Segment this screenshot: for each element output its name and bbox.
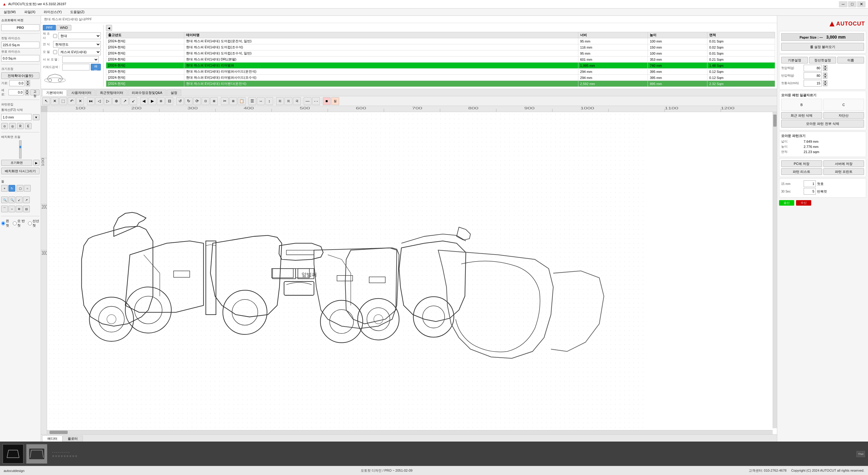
subtab-recent[interactable]: 최근컷팅데이터 [96,90,127,96]
toolbar-select[interactable]: ↖ [42,97,50,105]
toolbar-rot-ccw[interactable]: ↺ [176,97,184,105]
model-select[interactable]: 캐스퍼 EV(1세대) [58,49,101,55]
tool-rotate[interactable]: ↻ [8,185,15,191]
rp-down[interactable]: ▼ [823,76,827,79]
thickness-down[interactable]: ▼ [33,114,39,120]
x-input[interactable] [9,80,25,86]
toolbar-dash[interactable]: - - [312,97,320,105]
toolbar-arr-right[interactable]: ▶ [149,97,156,105]
x-spin-up[interactable]: ▲ [26,80,30,83]
toolbar-next[interactable]: ▷ [104,97,112,105]
toolbar-cut2[interactable]: 절 [331,97,339,105]
toolbar-minus[interactable]: ⊟ [165,97,173,105]
thumbnail-white[interactable] [26,444,48,464]
toolbar-grid[interactable]: ⊞ [157,97,165,105]
keyword-input[interactable] [62,64,90,70]
toolbar-select2[interactable]: ⬚ [59,97,67,105]
tool-rect[interactable]: ▢ [17,185,23,191]
toolbar-add[interactable]: ⊕ [112,97,120,105]
model-checkbox[interactable] [53,50,57,54]
recent-delete-btn[interactable]: 최근 파턴 삭제 [781,112,822,119]
toolbar-align[interactable]: ☰ [248,97,256,105]
toolbar-expand[interactable]: ⊠ [210,97,218,105]
pattern-list-btn[interactable]: 파턴 리스트 [781,168,822,175]
subtab-request[interactable]: 리퍼수정요청및Q&A [128,90,166,96]
year-select[interactable]: 현재연도 [53,41,101,48]
pattern-search-button[interactable]: 패턴검색 [91,64,101,70]
table-row[interactable]: [2024-현재] 현대 캐스퍼 EV(1세대) 도어컵(조수석, 일반) 95… [106,51,775,57]
all-delete-btn[interactable]: 모아둔 파턴 전부 삭제 [781,120,864,127]
fs-down[interactable]: ▼ [823,83,827,86]
thumbnail-black[interactable] [2,444,24,464]
menu-help[interactable]: 도움말(Z) [68,9,86,15]
scroll-track-horizontal[interactable] [47,430,773,434]
scroll-thumb-horizontal[interactable] [50,431,68,434]
y-spin-down[interactable]: ▼ [25,92,29,95]
close-button[interactable]: ✕ [857,1,866,7]
fp-up[interactable]: ▲ [823,65,827,68]
toolbar-arr-left[interactable]: ◀ [140,97,148,105]
tool-arc1[interactable]: ⌒ [1,206,8,212]
first-page-input[interactable] [804,180,816,187]
rp-up[interactable]: ▲ [823,72,827,76]
toolbar-br[interactable]: ↗ [121,97,129,105]
toolbar-undo[interactable]: ↶ [68,97,75,105]
toolbar-close[interactable]: ✕ [76,97,84,105]
table-row[interactable]: [2024-현재] 현대 캐스퍼 EV(1세대) 리어범퍼사이드(운전석) 29… [106,69,775,75]
toolbar-prev[interactable]: ◁ [95,97,103,105]
pattern-print-btn[interactable]: 파턴 프린트 [824,168,864,175]
tool-circle-t[interactable]: ○ [24,185,31,191]
server-save-btn[interactable]: 서버에 저장 [824,160,864,167]
service-select[interactable] [62,56,99,63]
fix-button[interactable]: 고정 [30,89,39,95]
toolbar-delete[interactable]: ✕ [51,97,59,105]
return-pressure-input[interactable] [804,72,822,79]
manufacturer-checkbox[interactable] [53,34,57,38]
manufacturer-select[interactable]: 현대 [58,32,101,39]
tab-ppf[interactable]: PPF [43,25,56,30]
table-arrow-left[interactable]: ◀ [106,25,112,31]
menu-settings[interactable]: 설정(W) [2,9,18,15]
tool-circle2[interactable]: ◎ [9,123,16,129]
scroll-track-vertical[interactable] [773,112,777,428]
table-row[interactable]: [2024-현재] 현대 캐스퍼 EV(1세대) 도어컵(조수석) 116 mm… [106,44,775,51]
bottom-tab-editor[interactable]: 에디터 [42,436,63,442]
init-screen-button[interactable]: 조기화면 [1,160,32,166]
tool-circle[interactable]: ⊙ [1,123,8,129]
toolbar-tl[interactable]: ↙ [129,97,137,105]
redraw-button[interactable]: 배치화면 다시그리기 [1,168,39,174]
x-spin-down[interactable]: ▼ [26,83,30,86]
fp-down[interactable]: ▼ [823,68,827,71]
bottom-tab-plotter[interactable]: 플로터 [63,436,83,442]
toolbar-color1[interactable]: ■ [323,97,331,105]
radio-right[interactable]: 오 반 첫 [13,219,26,228]
table-row[interactable]: [2024-현재] 현대 캐스퍼 EV(1세대) 리어범퍼사이드(조수석) 29… [106,75,775,81]
menu-file[interactable]: 파일(X) [23,9,37,15]
table-row[interactable]: [2024-현재] 현대 캐스퍼 EV(1세대) 리어범퍼 1,995 mm 7… [106,63,775,69]
tool-rect3[interactable]: ⊟ [23,206,30,212]
toolbar-h-align[interactable]: ↔ [257,97,265,105]
menu-license[interactable]: 라이선스(Y) [42,9,63,15]
table-row[interactable]: [2024-현재] 현대 캐스퍼 EV(1세대) DRL(본팔) 601 mm … [106,57,775,63]
cut-standby-btn[interactable]: 자단산 [824,112,864,119]
tool-e[interactable]: E [25,123,32,129]
radio-center[interactable]: 선선첫 [28,219,39,228]
tool-r[interactable]: R [17,123,24,129]
center-settings-btn[interactable]: 정선컷설정 [809,57,836,63]
toolbar-paste[interactable]: 📋 [238,97,246,105]
table-row[interactable]: [2024-현재] 현대 캐스퍼 EV(1세대) 리어펜다(운전석) 2,592… [106,81,775,87]
toolbar-v-align[interactable]: ↕ [265,97,273,105]
toolbar-line[interactable]: — [304,97,311,105]
name-btn[interactable]: 이름 [837,57,864,63]
first-pressure-input[interactable] [804,65,822,71]
y-input[interactable] [8,89,24,95]
toolbar-cut[interactable]: ✂ [221,97,228,105]
all-expand-button[interactable]: 전체확대수(올컷) [1,72,39,79]
nav-right-button[interactable]: ▶ [33,160,39,166]
toolbar-rot-cw[interactable]: ↻ [185,97,192,105]
toolbar-copy[interactable]: ⊞ [229,97,237,105]
y-spin-up[interactable]: ▲ [25,89,29,92]
toolbar-intl[interactable]: 국 [293,97,301,105]
radio-left[interactable]: 왼 첫 [1,219,11,228]
subtab-settings[interactable]: 설정 [167,90,181,96]
